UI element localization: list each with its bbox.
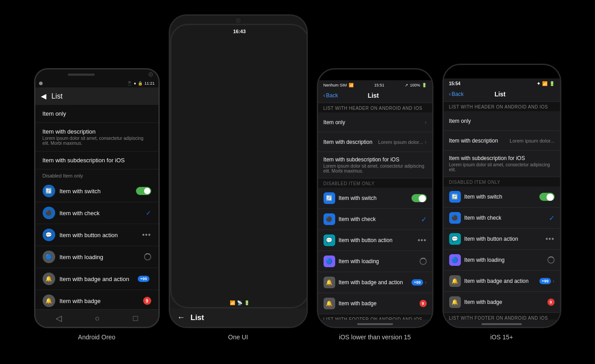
list-item: 🔔 Item with badge and action +99 bbox=[35, 268, 158, 290]
oreo-time: 11:21 bbox=[144, 81, 155, 86]
action-dots-icon[interactable]: ••• bbox=[418, 236, 427, 244]
ios15-nav-title: List bbox=[494, 91, 506, 98]
list-item: 🔔 Item with badge 9 bbox=[318, 293, 432, 314]
section-header: LIST WITH HEADER ON ANDROID AND IOS bbox=[444, 102, 560, 111]
list-item: ⚫ Item with check ✓ bbox=[318, 209, 432, 230]
item-icon: 🔔 bbox=[43, 295, 55, 307]
ios-lt15-content: LIST WITH HEADER ON ANDROID AND IOS Item… bbox=[318, 103, 432, 320]
list-item: 🔄 Item with switch bbox=[35, 180, 158, 202]
toggle-switch[interactable] bbox=[539, 193, 555, 201]
item-icon: ⚫ bbox=[324, 213, 335, 225]
wifi-icon: 📶 bbox=[230, 300, 235, 305]
home-indicator bbox=[481, 323, 522, 325]
list-item: 🔔 Item with badge 9 bbox=[35, 290, 158, 309]
badge-red: 9 bbox=[420, 300, 427, 307]
action-dots-icon[interactable]: ••• bbox=[142, 231, 151, 239]
toggle-switch[interactable] bbox=[136, 187, 151, 195]
badge-red: 9 bbox=[143, 297, 151, 305]
item-icon: 💬 bbox=[43, 229, 55, 241]
list-item: Item with subdescription for iOS Lorem i… bbox=[318, 152, 432, 178]
battery-icon: 🔋 bbox=[244, 300, 249, 305]
chevron-right-icon: › bbox=[553, 278, 555, 284]
back-button[interactable]: ← bbox=[177, 313, 185, 322]
one-ui-wrapper: 16:43 📶 📡 🔋 ← List List with header on A… bbox=[169, 14, 308, 341]
list-item: 🔄 Item with switch bbox=[318, 188, 432, 209]
wifi-icon: 📶 bbox=[349, 83, 354, 87]
battery-icon: 🔋 bbox=[422, 83, 427, 87]
loading-spinner bbox=[420, 258, 427, 265]
ios15-nav-bar: ‹ Back List bbox=[444, 87, 560, 102]
list-item: 🔔 Item with badge and action +99 › bbox=[318, 272, 432, 293]
ios15-device: 15:54 ✦ 📶 🔋 ‹ Back List LIST WITH HEADER… bbox=[442, 64, 561, 328]
ios15-time: 15:54 bbox=[449, 81, 461, 86]
toggle-switch[interactable] bbox=[411, 194, 427, 202]
badge: +99 bbox=[539, 278, 551, 284]
home-nav-icon[interactable]: ○ bbox=[95, 314, 100, 323]
footer-section-label: List with footer on Android and iOS bbox=[318, 314, 432, 320]
badge-red: 9 bbox=[547, 299, 555, 306]
list-item: Item with description Lorem ipsum dolor.… bbox=[318, 132, 432, 152]
check-icon: ✓ bbox=[146, 209, 151, 217]
item-icon: 🔄 bbox=[449, 191, 461, 203]
android-oreo-list: Item only Item with description Lorem ip… bbox=[35, 105, 158, 309]
footer-section-label: List with footer on Android and iOS bbox=[444, 313, 560, 320]
home-indicator bbox=[357, 323, 393, 325]
ios15-status-bar: 15:54 ✦ 📶 🔋 bbox=[444, 78, 560, 87]
list-item: Item with description Lorem ipsum dolor.… bbox=[444, 131, 560, 151]
list-item: 🔵 Item with loading bbox=[35, 246, 158, 268]
battery-icon: 🔋 bbox=[549, 81, 555, 86]
list-item: 💬 Item with button action ••• bbox=[318, 230, 432, 251]
item-icon: 🔵 bbox=[43, 251, 55, 263]
list-item: Item with description Lorem ipsum dolor … bbox=[35, 123, 158, 152]
ios-lt15-nav-title: List bbox=[368, 92, 379, 99]
ios15-label: iOS 15+ bbox=[490, 334, 513, 341]
devices-container: 📱 ♦ 🔒 11:21 ◀ List Item only Item with d… bbox=[25, 5, 570, 359]
android-oreo-appbar: ◀ List bbox=[35, 87, 158, 105]
item-icon: 🔔 bbox=[324, 298, 335, 309]
badge: +99 bbox=[411, 279, 423, 286]
signal-icon: 📡 bbox=[237, 300, 242, 305]
list-item: Item with subdescription for iOS bbox=[35, 152, 158, 169]
chevron-left-icon: ‹ bbox=[324, 92, 325, 99]
one-ui-screen-title: List bbox=[191, 313, 204, 322]
list-item: 🔔 Item with badge 9 bbox=[444, 292, 560, 313]
item-icon: 🔔 bbox=[449, 275, 461, 287]
chevron-right-icon: › bbox=[425, 139, 427, 145]
one-ui-label: One UI bbox=[228, 334, 248, 341]
chevron-right-icon: › bbox=[425, 279, 427, 286]
item-icon: 🔵 bbox=[449, 254, 461, 266]
item-icon: 🔄 bbox=[324, 192, 335, 204]
item-icon: 🔵 bbox=[324, 256, 335, 267]
ios-lt15-wrapper: Nenhum SIM 📶 15:51 ↗ 100% 🔋 ‹ Back List bbox=[317, 68, 433, 341]
ios-lt15-nav-bar: ‹ Back List bbox=[318, 88, 432, 103]
list-item: 🔵 Item with loading bbox=[318, 251, 432, 272]
carrier-text: Nenhum SIM bbox=[324, 83, 347, 87]
item-icon: 🔔 bbox=[324, 277, 335, 288]
action-dots-icon[interactable]: ••• bbox=[546, 235, 555, 243]
loading-spinner bbox=[547, 256, 555, 264]
ios-lt15-label: iOS lower than version 15 bbox=[339, 334, 411, 341]
android-oreo-wrapper: 📱 ♦ 🔒 11:21 ◀ List Item only Item with d… bbox=[34, 68, 160, 341]
list-item: 💬 Item with button action ••• bbox=[35, 224, 158, 246]
list-item: 🔄 Item with switch bbox=[444, 186, 560, 208]
one-ui-status-bar: 16:43 📶 📡 🔋 bbox=[170, 24, 308, 308]
one-ui-appbar: ← List bbox=[170, 308, 306, 327]
list-item: Item with subdescription for iOS Lorem i… bbox=[444, 151, 560, 177]
loading-spinner bbox=[144, 253, 151, 260]
oreo-back-icon[interactable]: ◀ bbox=[41, 92, 46, 100]
item-icon: 🔔 bbox=[449, 296, 461, 308]
one-ui-time: 16:43 bbox=[233, 29, 245, 34]
signal-arrow-icon: ↗ bbox=[405, 83, 408, 87]
bluetooth-icon: ✦ bbox=[537, 81, 540, 86]
item-icon: 💬 bbox=[324, 234, 335, 246]
recents-nav-icon[interactable]: □ bbox=[133, 314, 138, 323]
list-item: 🔵 Item with loading bbox=[444, 250, 560, 271]
item-icon: ⚫ bbox=[449, 212, 461, 224]
ios15-back-button[interactable]: ‹ Back bbox=[449, 91, 464, 97]
ios-back-button[interactable]: ‹ Back bbox=[324, 92, 338, 99]
back-nav-icon[interactable]: ◁ bbox=[56, 313, 62, 323]
disabled-section-header: Disabled Item only bbox=[444, 177, 560, 186]
inline-desc: Lorem ipsum dolor... bbox=[510, 138, 555, 143]
android-oreo-device: 📱 ♦ 🔒 11:21 ◀ List Item only Item with d… bbox=[34, 68, 160, 328]
list-item: Item only bbox=[444, 111, 560, 131]
